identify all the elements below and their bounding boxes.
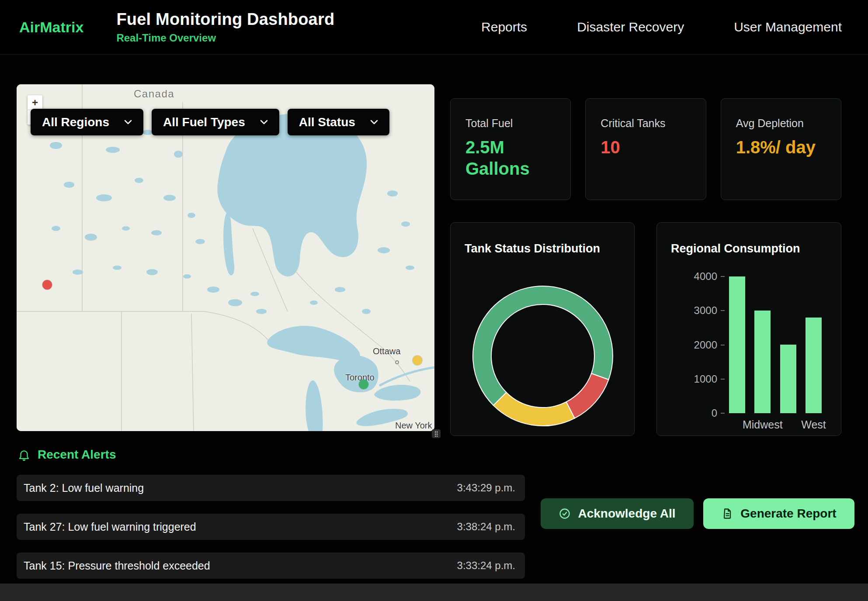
bottom-bar (0, 584, 868, 601)
app-header: AirMatrix Fuel Monitoring Dashboard Real… (0, 0, 868, 55)
bar (754, 311, 771, 413)
y-axis-tick-label: 4000 (674, 270, 717, 283)
map-filters: All Regions All Fuel Types All Status (31, 109, 389, 135)
alert-row[interactable]: Tank 15: Pressure threshold exceeded 3:3… (17, 553, 525, 579)
stat-card-total-fuel: Total Fuel 2.5M Gallons (450, 98, 571, 200)
x-axis-tick-label: Midwest (743, 418, 783, 431)
y-axis-tick-label: 2000 (674, 339, 717, 351)
bar-chart: 01000200030004000MidwestWest (657, 223, 841, 435)
nav-disaster-recovery[interactable]: Disaster Recovery (577, 20, 684, 35)
stat-label: Critical Tanks (601, 117, 691, 130)
y-axis-tick-mark (721, 413, 725, 414)
stat-card-critical-tanks: Critical Tanks 10 (585, 98, 706, 200)
y-axis-tick-mark (721, 345, 725, 345)
stat-label: Total Fuel (465, 117, 556, 130)
check-circle-icon (559, 508, 571, 520)
region-filter-value: All Regions (42, 115, 109, 129)
stats-row: Total Fuel 2.5M Gallons Critical Tanks 1… (450, 98, 841, 200)
alert-time: 3:33:24 p.m. (457, 560, 515, 572)
tank-marker-warning[interactable] (413, 356, 422, 365)
stat-card-avg-depletion: Avg Depletion 1.8%/ day (721, 98, 841, 200)
tank-marker-critical[interactable] (42, 280, 52, 290)
bar (780, 345, 796, 413)
alert-message: Tank 15: Pressure threshold exceeded (24, 560, 210, 572)
zoom-in-button[interactable]: + (28, 95, 42, 110)
alert-time: 3:38:24 p.m. (457, 521, 515, 533)
brand-logo[interactable]: AirMatrix (19, 19, 83, 36)
y-axis-tick-label: 0 (674, 407, 717, 419)
stat-value: 2.5M Gallons (465, 137, 556, 180)
generate-report-button[interactable]: Generate Report (703, 498, 854, 529)
alert-row[interactable]: Tank 2: Low fuel warning 3:43:29 p.m. (17, 475, 525, 501)
status-filter-dropdown[interactable]: All Status (288, 109, 389, 135)
status-filter-value: All Status (299, 115, 355, 129)
y-axis-tick-label: 1000 (674, 373, 717, 385)
tank-marker-normal[interactable] (359, 380, 368, 389)
stat-value: 10 (601, 137, 691, 158)
y-axis-tick-mark (721, 276, 725, 277)
generate-report-label: Generate Report (740, 507, 836, 521)
chevron-down-icon (260, 120, 268, 124)
y-axis-tick-mark (721, 310, 725, 311)
x-axis-tick-label: West (801, 418, 826, 431)
ottawa-town-dot (395, 360, 399, 364)
nav-user-management[interactable]: User Management (734, 20, 842, 35)
bell-icon (17, 448, 31, 461)
y-axis-tick-label: 3000 (674, 304, 717, 317)
acknowledge-all-button[interactable]: Acknowledge All (541, 498, 694, 529)
alert-message: Tank 27: Low fuel warning triggered (24, 521, 196, 533)
map-panel[interactable]: Canada Ottawa Toronto New York + All Reg… (17, 84, 434, 431)
map-canvas (17, 84, 434, 431)
alert-time: 3:43:29 p.m. (457, 482, 515, 494)
alert-row[interactable]: Tank 27: Low fuel warning triggered 3:38… (17, 514, 525, 540)
bar (729, 276, 745, 413)
page-title: Fuel Monitoring Dashboard (116, 10, 334, 29)
fuel-type-filter-value: All Fuel Types (163, 115, 245, 129)
fuel-monitoring-dashboard: AirMatrix Fuel Monitoring Dashboard Real… (0, 0, 868, 601)
nav-reports[interactable]: Reports (481, 20, 527, 35)
chevron-down-icon (124, 120, 132, 124)
stat-value: 1.8%/ day (736, 137, 826, 158)
tank-status-distribution-card: Tank Status Distribution (450, 222, 635, 436)
document-icon (721, 508, 733, 520)
alert-message: Tank 2: Low fuel warning (24, 482, 144, 494)
map-resize-handle[interactable]: ⣿ (432, 429, 441, 438)
fuel-type-filter-dropdown[interactable]: All Fuel Types (152, 109, 279, 135)
title-block: Fuel Monitoring Dashboard Real-Time Over… (116, 10, 334, 44)
donut-segment-critical (566, 373, 609, 418)
alerts-title: Recent Alerts (38, 448, 116, 462)
acknowledge-all-label: Acknowledge All (578, 507, 675, 521)
y-axis-tick-mark (721, 379, 725, 380)
bar (806, 318, 822, 413)
main-nav: Reports Disaster Recovery User Managemen… (481, 20, 842, 35)
chevron-down-icon (370, 120, 378, 124)
page-subtitle: Real-Time Overview (116, 32, 334, 44)
regional-consumption-card: Regional Consumption 01000200030004000Mi… (656, 222, 841, 436)
stat-label: Avg Depletion (736, 117, 826, 130)
region-filter-dropdown[interactable]: All Regions (31, 109, 143, 135)
donut-segment-warning (493, 392, 575, 426)
donut-chart (451, 223, 635, 436)
alerts-header: Recent Alerts (17, 448, 116, 462)
